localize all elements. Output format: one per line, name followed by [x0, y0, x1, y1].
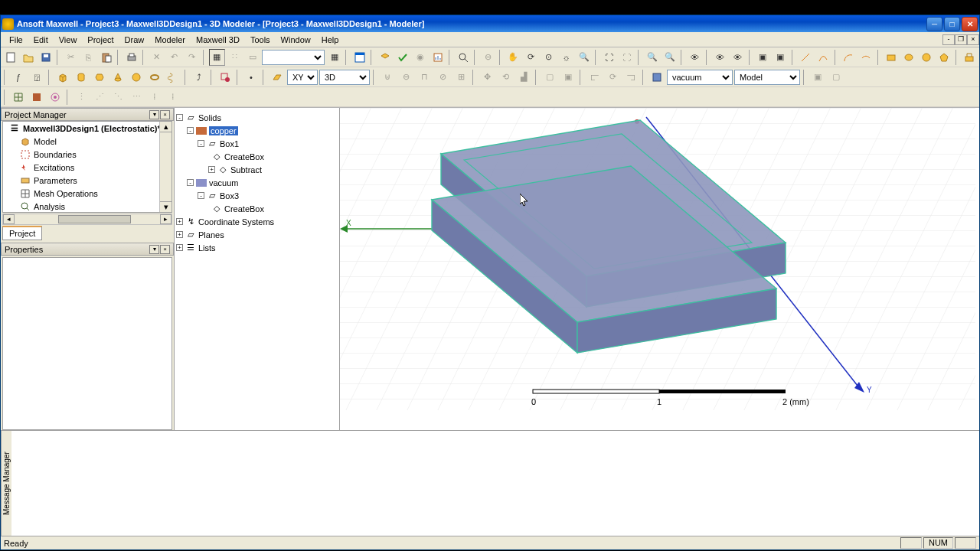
box-icon[interactable]: [54, 69, 71, 86]
cone-icon[interactable]: [109, 69, 126, 86]
polygon-icon[interactable]: [936, 49, 952, 66]
spline-icon[interactable]: [815, 49, 831, 66]
menu-draw[interactable]: Draw: [119, 34, 150, 46]
imprint-icon[interactable]: ⊞: [452, 69, 469, 86]
collapse-icon[interactable]: -: [176, 114, 183, 121]
tree-box3[interactable]: -▱Box3: [176, 189, 338, 202]
mdi-close-button[interactable]: ×: [967, 34, 979, 45]
pick1-icon[interactable]: ⋮: [73, 89, 90, 106]
wireframe-icon[interactable]: ▣: [755, 49, 771, 66]
mesh-icon[interactable]: [10, 89, 27, 106]
arc2-icon[interactable]: [858, 49, 874, 66]
material-select[interactable]: vacuum: [667, 70, 733, 85]
rotate-light-icon[interactable]: ☼: [558, 49, 574, 66]
props-close-icon[interactable]: ×: [160, 245, 170, 254]
line-icon[interactable]: [798, 49, 814, 66]
collapse-icon[interactable]: -: [198, 192, 204, 199]
pm-design-node[interactable]: ☰Maxwell3DDesign1 (Electrostatic)*: [3, 122, 172, 135]
expand-icon[interactable]: +: [208, 166, 215, 173]
sim-icon[interactable]: [47, 89, 64, 106]
mdi-restore-button[interactable]: ❐: [955, 34, 967, 45]
snap-icon[interactable]: ▦: [209, 49, 225, 66]
menu-maxwell3d[interactable]: Maxwell 3D: [191, 34, 245, 46]
pm-header[interactable]: Project Manager ▾×: [1, 108, 174, 121]
pick3-icon[interactable]: ⋱: [109, 89, 126, 106]
sweep-icon[interactable]: [962, 49, 978, 66]
report-icon[interactable]: [430, 49, 446, 66]
delete-icon[interactable]: ✕: [149, 49, 165, 66]
3d-viewport[interactable]: X Y 0 1 2 (mm): [340, 108, 979, 430]
menu-window[interactable]: Window: [276, 34, 316, 46]
menu-project[interactable]: Project: [82, 34, 119, 46]
collapse-icon[interactable]: -: [198, 140, 204, 147]
menu-help[interactable]: Help: [316, 34, 345, 46]
sweep-path-icon[interactable]: ⤴: [191, 69, 207, 86]
point-icon[interactable]: •: [243, 69, 260, 86]
move-icon[interactable]: ✥: [479, 69, 495, 86]
analyze-icon[interactable]: ◉: [412, 49, 428, 66]
collapse-icon[interactable]: -: [187, 127, 194, 134]
ungroup-icon[interactable]: ▢: [828, 69, 844, 86]
save-icon[interactable]: [38, 49, 54, 66]
titlebar[interactable]: Ansoft Maxwell - Project3 - Maxwell3DDes…: [1, 15, 979, 32]
tree-box1[interactable]: -▱Box1: [176, 137, 338, 150]
pick6-icon[interactable]: ⁞: [165, 89, 181, 106]
props-header[interactable]: Properties ▾×: [1, 243, 174, 256]
zoom-realtime-icon[interactable]: 🔍: [576, 49, 592, 66]
menu-view[interactable]: View: [54, 34, 83, 46]
pm-node-model[interactable]: Model: [3, 135, 172, 148]
eqn-icon[interactable]: ƒ: [10, 69, 27, 86]
maximize-button[interactable]: □: [944, 17, 960, 31]
pick4-icon[interactable]: ⋯: [128, 89, 145, 106]
tree-solids[interactable]: -▱Solids: [176, 111, 338, 124]
createobj-icon[interactable]: [217, 69, 234, 86]
pan-icon[interactable]: ✋: [505, 49, 521, 66]
hidesel-icon[interactable]: 👁: [730, 49, 746, 66]
tree-vacuum[interactable]: -vacuum: [176, 176, 338, 189]
group-icon[interactable]: ▣: [809, 69, 826, 86]
undo-icon[interactable]: ↶: [166, 49, 182, 66]
pick5-icon[interactable]: ⁞: [146, 89, 163, 106]
component-select[interactable]: [262, 50, 325, 65]
pm-expand-icon[interactable]: ▾: [149, 110, 159, 119]
cut-icon[interactable]: ✂: [63, 49, 79, 66]
rotate-icon[interactable]: ⟳: [523, 49, 539, 66]
redo-icon[interactable]: ↷: [184, 49, 200, 66]
menu-tools[interactable]: Tools: [245, 34, 276, 46]
torus-icon[interactable]: [146, 69, 163, 86]
dup-mirror-icon[interactable]: ⫎: [622, 69, 639, 86]
help-context-icon[interactable]: ⍰: [28, 69, 45, 86]
pm-tree[interactable]: ☰Maxwell3DDesign1 (Electrostatic)* Model…: [2, 121, 172, 213]
orbit-icon[interactable]: ⊙: [541, 49, 557, 66]
pm-node-parameters[interactable]: Parameters: [3, 174, 172, 187]
tree-lists[interactable]: +☰Lists: [176, 241, 338, 254]
regpoly-icon[interactable]: [91, 69, 108, 86]
validate-icon[interactable]: [394, 49, 410, 66]
plane-icon[interactable]: [269, 69, 286, 86]
show-icon[interactable]: 👁: [687, 49, 703, 66]
shaded-icon[interactable]: ▣: [773, 49, 789, 66]
collapse-icon[interactable]: -: [187, 179, 194, 186]
close-button[interactable]: ✕: [962, 17, 978, 31]
mdi-minimize-button[interactable]: -: [942, 34, 955, 45]
expand-icon[interactable]: +: [176, 231, 183, 238]
expand-icon[interactable]: +: [176, 218, 183, 225]
menu-file[interactable]: File: [4, 34, 28, 46]
arc-icon[interactable]: [841, 49, 857, 66]
open-icon[interactable]: [20, 49, 36, 66]
zoom-out-icon[interactable]: 🔍: [662, 49, 678, 66]
mirror-icon[interactable]: ▟: [515, 69, 532, 86]
align-icon[interactable]: ▭: [244, 49, 260, 66]
expand-icon[interactable]: +: [176, 244, 183, 251]
dup-rot-icon[interactable]: ⟳: [604, 69, 621, 86]
zoom-icon[interactable]: [455, 49, 471, 66]
circle-icon[interactable]: [919, 49, 935, 66]
mode-select[interactable]: 3D: [319, 70, 370, 85]
tree-coords[interactable]: +↯Coordinate Systems: [176, 215, 338, 228]
ellipse-icon[interactable]: [901, 49, 917, 66]
helix-icon[interactable]: [165, 69, 181, 86]
copy-icon[interactable]: ⎘: [80, 49, 96, 66]
zoom-in-icon[interactable]: 🔍: [644, 49, 660, 66]
boolean-icon[interactable]: ⊖: [480, 49, 496, 66]
menu-edit[interactable]: Edit: [28, 34, 54, 46]
